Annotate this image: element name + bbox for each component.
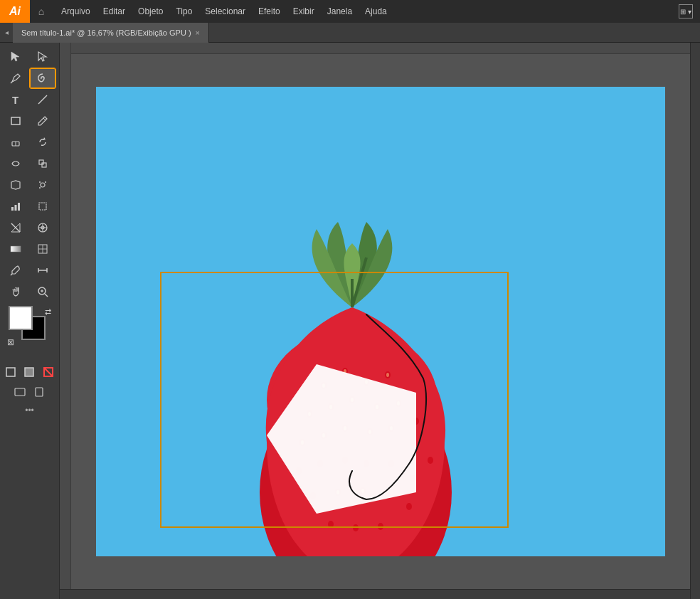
gradient-tool[interactable] (3, 239, 28, 259)
tool-row-6 (3, 154, 57, 174)
svg-point-9 (39, 181, 41, 183)
svg-point-70 (353, 524, 359, 531)
mesh-tool[interactable] (30, 239, 55, 259)
svg-point-11 (39, 187, 41, 189)
title-bar: Ai ⌂ Arquivo Editar Objeto Tipo Selecion… (0, 0, 700, 23)
column-graph-tool[interactable] (3, 196, 28, 216)
lasso-tool[interactable] (30, 68, 55, 88)
eyedropper-tool[interactable] (3, 260, 28, 280)
vertical-scrollbar[interactable] (690, 43, 700, 599)
screen-mode-1[interactable] (11, 384, 28, 400)
direct-selection-tool[interactable] (30, 47, 55, 67)
svg-point-57 (428, 457, 433, 464)
svg-rect-21 (11, 246, 21, 252)
svg-line-25 (11, 274, 12, 275)
color-swap-icon[interactable]: ⇄ (45, 307, 51, 317)
artboard-tool[interactable] (30, 196, 55, 216)
menu-arquivo[interactable]: Arquivo (55, 4, 96, 19)
free-transform-tool[interactable] (3, 175, 28, 195)
svg-rect-14 (18, 203, 20, 211)
foreground-color[interactable] (9, 306, 33, 330)
tool-row-10 (3, 239, 57, 259)
svg-rect-15 (39, 203, 46, 210)
hand-tool[interactable] (3, 282, 28, 302)
svg-rect-12 (11, 207, 14, 211)
tool-row-5 (3, 132, 57, 152)
more-tools-button[interactable]: ••• (3, 405, 57, 415)
tab-close-button[interactable]: × (196, 28, 200, 37)
menu-exibir[interactable]: Exibir (287, 4, 320, 19)
rotate-tool[interactable] (30, 132, 55, 152)
svg-rect-38 (36, 388, 43, 396)
title-right: ⊞ ▾ (679, 4, 700, 18)
svg-point-69 (328, 521, 334, 528)
svg-line-3 (43, 118, 46, 120)
pen-tool[interactable] (3, 68, 28, 88)
tool-row-9 (3, 218, 57, 238)
toolbar: T (0, 43, 60, 599)
artboard-svg (96, 87, 665, 556)
selection-tool[interactable] (3, 47, 28, 67)
svg-rect-34 (25, 368, 33, 376)
slice-tool[interactable] (3, 218, 28, 238)
warp-tool[interactable] (3, 154, 28, 174)
svg-point-10 (45, 181, 46, 183)
svg-line-30 (45, 294, 48, 297)
svg-rect-13 (14, 205, 16, 211)
line-tool[interactable] (30, 90, 55, 110)
tool-row-2 (3, 68, 57, 88)
screen-mode-2[interactable] (31, 384, 48, 400)
svg-line-0 (11, 82, 12, 83)
artboard-container (96, 87, 665, 556)
color-section: ⊠ ⇄ (3, 306, 57, 349)
svg-rect-37 (15, 388, 25, 396)
tab-scroll-left[interactable]: ◂ (0, 23, 13, 43)
zoom-tool[interactable] (30, 282, 55, 302)
menu-janela[interactable]: Janela (322, 4, 358, 19)
menu-editar[interactable]: Editar (97, 4, 131, 19)
menu-selecionar[interactable]: Selecionar (199, 4, 251, 19)
svg-rect-6 (39, 160, 43, 164)
artboard-icons (3, 384, 57, 400)
stroke-mode[interactable] (40, 364, 56, 380)
tool-row-1 (3, 47, 57, 67)
color-reset-icon[interactable]: ⊠ (7, 337, 14, 347)
svg-rect-2 (11, 117, 20, 124)
menu-objeto[interactable]: Objeto (132, 4, 169, 19)
perspective-grid-tool[interactable] (30, 218, 55, 238)
tool-row-12 (3, 282, 57, 302)
type-tool[interactable]: T (3, 90, 28, 110)
app-logo: Ai (0, 0, 30, 23)
home-icon[interactable]: ⌂ (30, 0, 53, 23)
horizontal-scrollbar[interactable] (60, 589, 700, 599)
measure-tool[interactable] (30, 260, 55, 280)
document-tab[interactable]: Sem título-1.ai* @ 16,67% (RGB/Exibição … (13, 23, 209, 43)
eraser-tool[interactable] (3, 132, 28, 152)
svg-point-68 (406, 503, 412, 510)
menu-tipo[interactable]: Tipo (170, 4, 198, 19)
document-canvas (71, 54, 690, 589)
svg-rect-7 (42, 163, 46, 167)
symbol-spray-tool[interactable] (30, 175, 55, 195)
svg-line-36 (44, 368, 53, 376)
view-mode-icons (3, 364, 57, 380)
horizontal-ruler (60, 43, 700, 54)
menu-efeito[interactable]: Efeito (253, 4, 286, 19)
workspace-switcher[interactable]: ⊞ ▾ (679, 4, 693, 18)
svg-point-75 (386, 373, 389, 377)
menu-bar: Arquivo Editar Objeto Tipo Selecionar Ef… (53, 4, 679, 19)
none-mode[interactable] (3, 364, 19, 380)
canvas-area (60, 43, 700, 599)
tab-bar: ◂ Sem título-1.ai* @ 16,67% (RGB/Exibiçã… (0, 23, 700, 43)
fill-mode[interactable] (21, 364, 38, 380)
pencil-tool[interactable] (30, 111, 55, 131)
svg-point-8 (41, 183, 45, 187)
rect-tool[interactable] (3, 111, 28, 131)
vertical-ruler (60, 43, 71, 599)
tool-row-8 (3, 196, 57, 216)
menu-ajuda[interactable]: Ajuda (359, 4, 393, 19)
svg-line-1 (38, 95, 47, 104)
scale-tool[interactable] (30, 154, 55, 174)
tab-title: Sem título-1.ai* @ 16,67% (RGB/Exibição … (21, 28, 191, 37)
artboard[interactable] (96, 87, 665, 556)
